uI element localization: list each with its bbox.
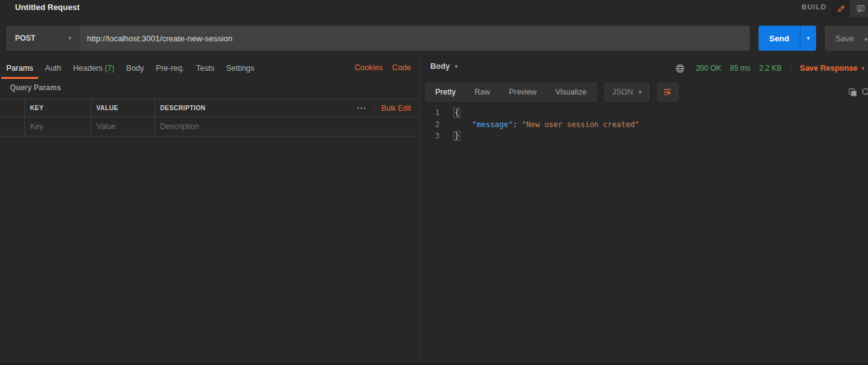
- response-header: Body ▾ 200 OK 85 ms 2.2 KB Save Response: [420, 56, 868, 78]
- response-toolbar: Pretty Raw Preview Visualize JSON ▾: [420, 83, 868, 101]
- column-header-description: DESCRIPTION: [160, 105, 206, 111]
- tab-pretty[interactable]: Pretty: [426, 83, 465, 101]
- chevron-down-icon: ▾: [861, 66, 864, 71]
- request-url-bar: POST ▾ http://localhost:3001/create-new-…: [6, 26, 750, 51]
- tab-raw[interactable]: Raw: [465, 83, 500, 101]
- tab-settings[interactable]: Settings: [226, 61, 255, 78]
- header-divider: [374, 103, 375, 113]
- edit-mode-button[interactable]: [832, 0, 850, 17]
- save-button-label: Save: [825, 34, 854, 43]
- app-window: Untitled Request BUILD POST ▾: [0, 0, 868, 365]
- cookies-link[interactable]: Cookies: [355, 63, 383, 72]
- code-line-1: 1 {: [420, 107, 868, 119]
- globe-icon[interactable]: [674, 61, 687, 75]
- line-number: 1: [420, 107, 448, 119]
- json-separator: :: [513, 120, 517, 129]
- response-size[interactable]: 2.2 KB: [759, 64, 782, 73]
- tab-headers-label: Headers: [73, 64, 103, 73]
- method-label: POST: [15, 34, 36, 43]
- format-dropdown[interactable]: JSON ▾: [605, 83, 649, 101]
- response-time[interactable]: 85 ms: [730, 64, 750, 73]
- request-title: Untitled Request: [15, 3, 79, 12]
- save-response-button[interactable]: Save Response ▾: [800, 64, 864, 73]
- code-line-3: 3 }: [420, 130, 868, 142]
- url-input[interactable]: http://localhost:3001/create-new-session: [79, 26, 750, 51]
- response-panel: Body ▾ 200 OK 85 ms 2.2 KB Save Response: [420, 56, 868, 362]
- key-input[interactable]: [30, 122, 91, 131]
- comment-icon: [856, 4, 865, 13]
- pencil-icon: [837, 4, 845, 13]
- request-panel: Params Auth Headers (7) Body Pre-req. Te…: [0, 56, 420, 362]
- column-header-key: KEY: [30, 105, 44, 111]
- response-body-dropdown[interactable]: Body ▾: [430, 62, 458, 71]
- tab-preview[interactable]: Preview: [500, 83, 546, 101]
- tab-tests[interactable]: Tests: [196, 61, 214, 78]
- chevron-down-icon: ▾: [807, 36, 810, 41]
- header-mode-toggle: [832, 0, 868, 17]
- more-options-icon[interactable]: •••: [357, 105, 366, 111]
- format-dropdown-label: JSON: [612, 88, 633, 96]
- tab-params[interactable]: Params: [6, 61, 33, 78]
- chevron-down-icon: ▾: [455, 64, 458, 69]
- select-column-header: [0, 100, 25, 116]
- wrap-lines-button[interactable]: [657, 83, 678, 101]
- response-body-label: Body: [430, 62, 450, 71]
- json-string-value: "New user session created": [522, 120, 639, 129]
- tab-body[interactable]: Body: [126, 61, 144, 78]
- chevron-down-icon: ▾: [638, 90, 642, 95]
- send-button[interactable]: Send ▾: [759, 26, 816, 51]
- headers-count-badge: (7): [105, 64, 114, 73]
- line-number: 2: [420, 119, 448, 131]
- send-button-label: Send: [759, 26, 800, 51]
- chevron-down-icon: ▾: [864, 36, 867, 43]
- close-brace: }: [453, 131, 460, 141]
- code-link[interactable]: Code: [392, 63, 411, 72]
- line-number: 3: [420, 130, 448, 142]
- value-input[interactable]: [96, 122, 154, 131]
- open-brace: {: [453, 108, 460, 118]
- save-button[interactable]: Save ▾: [825, 26, 868, 51]
- save-options-button[interactable]: ▾: [864, 33, 868, 44]
- tab-auth[interactable]: Auth: [45, 61, 61, 78]
- wrap-lines-icon: [663, 88, 672, 96]
- copy-icon[interactable]: [845, 85, 859, 99]
- description-input[interactable]: [160, 122, 420, 131]
- build-mode-label: BUILD: [802, 3, 827, 11]
- row-select-cell: [0, 117, 25, 136]
- response-body-code[interactable]: 1 { 2 "message":"New user session create…: [420, 107, 868, 142]
- tab-prereq[interactable]: Pre-req.: [156, 61, 184, 78]
- tab-visualize[interactable]: Visualize: [546, 83, 596, 101]
- column-header-value: VALUE: [96, 105, 118, 111]
- table-header-row: KEY VALUE DESCRIPTION ••• Bulk Edit: [0, 99, 420, 117]
- meta-divider: [790, 63, 791, 73]
- tab-headers[interactable]: Headers (7): [73, 61, 114, 78]
- bottom-edge-strip: [0, 362, 868, 365]
- method-dropdown[interactable]: POST ▾: [6, 26, 79, 51]
- table-row: [0, 117, 420, 136]
- response-meta: 200 OK 85 ms 2.2 KB Save Response ▾: [674, 61, 864, 75]
- comment-mode-button[interactable]: [850, 0, 868, 17]
- response-view-tabs: Pretty Raw Preview Visualize: [425, 83, 597, 101]
- request-links: Cookies Code: [355, 63, 411, 72]
- code-line-2: 2 "message":"New user session created": [420, 119, 868, 131]
- json-key: "message": [472, 120, 513, 129]
- query-params-title: Query Params: [10, 83, 61, 92]
- request-tabs: Params Auth Headers (7) Body Pre-req. Te…: [6, 61, 266, 78]
- send-options-button[interactable]: ▾: [800, 26, 816, 51]
- chevron-down-icon: ▾: [68, 36, 71, 41]
- status-badge[interactable]: 200 OK: [696, 64, 722, 73]
- bulk-edit-link[interactable]: Bulk Edit: [381, 104, 411, 113]
- query-params-table: KEY VALUE DESCRIPTION ••• Bulk Edit: [0, 99, 420, 136]
- search-icon[interactable]: [859, 85, 868, 99]
- save-response-label: Save Response: [800, 64, 857, 73]
